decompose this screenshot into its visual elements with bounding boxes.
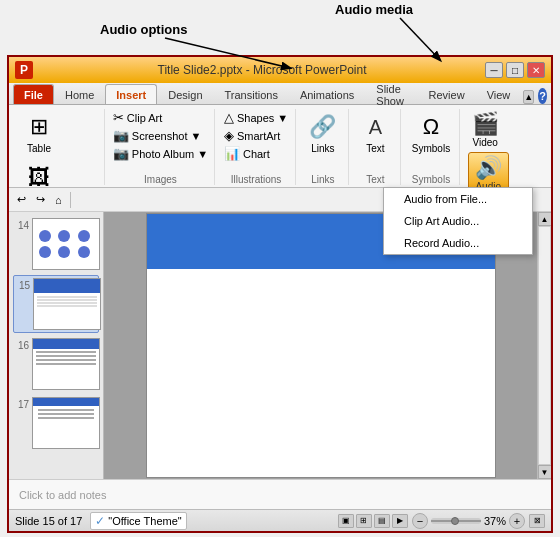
clip-art-button[interactable]: ✂ Clip Art — [110, 109, 165, 126]
video-label: Video — [473, 137, 498, 148]
screenshot-button[interactable]: 📷 Screenshot ▼ — [110, 127, 205, 144]
scroll-up-button[interactable]: ▲ — [538, 212, 552, 226]
normal-view-icon[interactable]: ▣ — [338, 514, 354, 528]
slide-thumbnail-14 — [32, 218, 100, 270]
text-items: A Text — [355, 109, 395, 174]
chart-button[interactable]: 📊 Chart — [221, 145, 273, 162]
help-button[interactable]: ? — [538, 88, 547, 104]
ribbon-group-tables: ⊞ Table 🖼 Picture Tables — [13, 109, 105, 185]
ribbon-expand-button[interactable]: ▲ — [523, 90, 534, 104]
text-button[interactable]: A Text — [355, 109, 395, 156]
slide-thumb-15[interactable]: 15 — [13, 275, 99, 333]
dot-5 — [58, 246, 70, 258]
images-items: ✂ Clip Art 📷 Screenshot ▼ 📷 Photo Album … — [110, 109, 211, 174]
audio-icon: 🔊 — [475, 155, 502, 181]
close-button[interactable]: ✕ — [527, 62, 545, 78]
shapes-button[interactable]: △ Shapes ▼ — [221, 109, 291, 126]
title-bar: P Title Slide2.pptx - Microsoft PowerPoi… — [9, 57, 551, 83]
links-button[interactable]: 🔗 Links — [303, 109, 343, 156]
undo-button[interactable]: ↩ — [13, 191, 30, 208]
status-right: ▣ ⊞ ▤ ▶ − 37% + ⊠ — [338, 513, 545, 529]
zoom-controls: − 37% + — [412, 513, 525, 529]
thumb-15-content — [34, 293, 100, 310]
slide-thumb-16[interactable]: 16 — [13, 336, 99, 392]
text-label: Text — [366, 143, 384, 154]
slide-info: Slide 15 of 17 — [15, 515, 82, 527]
window-title: Title Slide2.pptx - Microsoft PowerPoint — [39, 63, 485, 77]
links-group-label: Links — [304, 174, 342, 185]
thumb-15-line-1 — [37, 296, 97, 298]
smartart-button[interactable]: ◈ SmartArt — [221, 127, 283, 144]
notes-bar[interactable]: Click to add notes — [9, 479, 551, 509]
vertical-scrollbar[interactable]: ▲ ▼ — [537, 212, 551, 479]
reading-view-icon[interactable]: ▤ — [374, 514, 390, 528]
zoom-in-button[interactable]: + — [509, 513, 525, 529]
redo-button[interactable]: ↪ — [32, 191, 49, 208]
tab-review[interactable]: Review — [418, 84, 476, 104]
slide-thumb-14[interactable]: 14 — [13, 216, 99, 272]
window-controls: ─ □ ✕ — [485, 62, 545, 78]
theme-indicator: ✓ "Office Theme" — [90, 512, 186, 530]
symbols-icon: Ω — [415, 111, 447, 143]
tab-view[interactable]: View — [476, 84, 522, 104]
slide-thumbnail-15 — [33, 278, 101, 330]
fit-to-window-button[interactable]: ⊠ — [529, 514, 545, 528]
tab-file[interactable]: File — [13, 84, 54, 104]
links-label: Links — [311, 143, 334, 154]
screenshot-label: Screenshot ▼ — [132, 130, 202, 142]
slideshow-icon[interactable]: ▶ — [392, 514, 408, 528]
ribbon-group-illustrations: △ Shapes ▼ ◈ SmartArt 📊 Chart Illustrati… — [217, 109, 296, 185]
ribbon-group-media: 🎬 Video 🔊 Audio Media Audio from File...… — [462, 109, 547, 185]
audio-from-file-item[interactable]: Audio from File... — [384, 188, 532, 210]
clip-art-icon: ✂ — [113, 110, 124, 125]
clip-art-audio-item[interactable]: Clip Art Audio... — [384, 210, 532, 232]
table-label: Table — [27, 143, 51, 154]
thumb-17-line-2 — [38, 413, 94, 415]
tab-design[interactable]: Design — [157, 84, 213, 104]
main-window: P Title Slide2.pptx - Microsoft PowerPoi… — [7, 55, 553, 533]
ribbon-group-links: 🔗 Links Links — [298, 109, 349, 185]
tab-animations[interactable]: Animations — [289, 84, 365, 104]
scroll-track[interactable] — [538, 226, 551, 465]
minimize-button[interactable]: ─ — [485, 62, 503, 78]
tab-insert[interactable]: Insert — [105, 84, 157, 104]
images-group-label: Images — [113, 174, 208, 185]
home-button[interactable]: ⌂ — [51, 192, 66, 208]
ribbon-tabs: File Home Insert Design Transitions Anim… — [9, 83, 551, 105]
tab-home[interactable]: Home — [54, 84, 105, 104]
thumb-15-line-3 — [37, 302, 97, 304]
dot-1 — [39, 230, 51, 242]
tab-transitions[interactable]: Transitions — [214, 84, 289, 104]
tab-slideshow[interactable]: Slide Show — [365, 84, 417, 104]
symbols-label: Symbols — [412, 143, 450, 154]
zoom-slider[interactable] — [431, 518, 481, 524]
record-audio-item[interactable]: Record Audio... — [384, 232, 532, 254]
ribbon-content: ⊞ Table 🖼 Picture Tables ✂ Clip Art — [9, 105, 551, 187]
slide-sorter-icon[interactable]: ⊞ — [356, 514, 372, 528]
dot-3 — [78, 230, 90, 242]
zoom-out-button[interactable]: − — [412, 513, 428, 529]
slide-panel[interactable]: 14 15 — [9, 212, 104, 479]
status-left: Slide 15 of 17 ✓ "Office Theme" — [15, 512, 187, 530]
scroll-down-button[interactable]: ▼ — [538, 465, 552, 479]
video-button[interactable]: 🎬 Video — [468, 109, 503, 150]
maximize-button[interactable]: □ — [506, 62, 524, 78]
audio-options-annotation: Audio options — [100, 22, 187, 37]
symbols-button[interactable]: Ω Symbols — [408, 109, 454, 156]
thumb-17-line-3 — [38, 417, 94, 419]
table-button[interactable]: ⊞ Table — [19, 109, 59, 156]
photo-album-button[interactable]: 📷 Photo Album ▼ — [110, 145, 211, 162]
slide-thumbnail-16 — [32, 338, 100, 390]
zoom-thumb — [451, 517, 459, 525]
chart-icon: 📊 — [224, 146, 240, 161]
symbols-group-label: Symbols — [409, 174, 453, 185]
slide-thumb-17[interactable]: 17 — [13, 395, 99, 451]
click-to-add-notes: Click to add notes — [19, 489, 106, 501]
slide-num-17: 17 — [15, 399, 29, 410]
dot-4 — [39, 246, 51, 258]
thumb-16-line-4 — [36, 363, 96, 365]
smartart-icon: ◈ — [224, 128, 234, 143]
ribbon-group-symbols: Ω Symbols Symbols — [403, 109, 460, 185]
slide-num-15: 15 — [16, 280, 30, 291]
table-icon: ⊞ — [23, 111, 55, 143]
